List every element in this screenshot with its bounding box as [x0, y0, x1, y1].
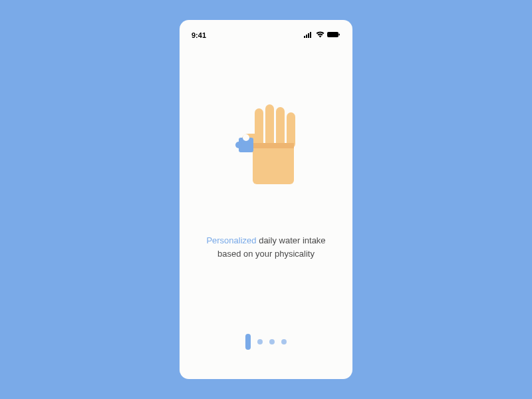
wifi-icon — [316, 31, 325, 39]
svg-rect-9 — [276, 107, 285, 148]
page-dot-4[interactable] — [281, 339, 287, 344]
page-dot-2[interactable] — [257, 339, 263, 344]
status-icons — [304, 31, 340, 39]
svg-rect-3 — [310, 32, 311, 38]
svg-point-13 — [235, 142, 242, 148]
highlight-word: Personalized — [206, 235, 256, 245]
phone-frame: 9:41 — [180, 20, 352, 379]
cellular-signal-icon — [304, 31, 313, 39]
svg-rect-2 — [308, 33, 309, 38]
status-bar: 9:41 — [192, 29, 340, 41]
hand-puzzle-icon — [229, 104, 303, 191]
svg-rect-5 — [339, 34, 340, 36]
onboarding-description: Personalized daily water intake based on… — [192, 234, 340, 260]
page-dot-1[interactable] — [245, 334, 251, 350]
svg-rect-8 — [265, 104, 274, 148]
svg-rect-11 — [253, 143, 294, 148]
svg-rect-6 — [253, 143, 294, 184]
svg-rect-4 — [327, 32, 338, 37]
onboarding-illustration — [192, 101, 340, 194]
page-indicator[interactable] — [192, 334, 340, 350]
svg-rect-10 — [287, 112, 295, 148]
svg-point-14 — [243, 134, 249, 141]
battery-icon — [327, 31, 340, 39]
page-dot-3[interactable] — [269, 339, 275, 344]
status-time: 9:41 — [192, 31, 206, 39]
svg-rect-0 — [304, 36, 305, 38]
svg-rect-1 — [306, 35, 307, 38]
